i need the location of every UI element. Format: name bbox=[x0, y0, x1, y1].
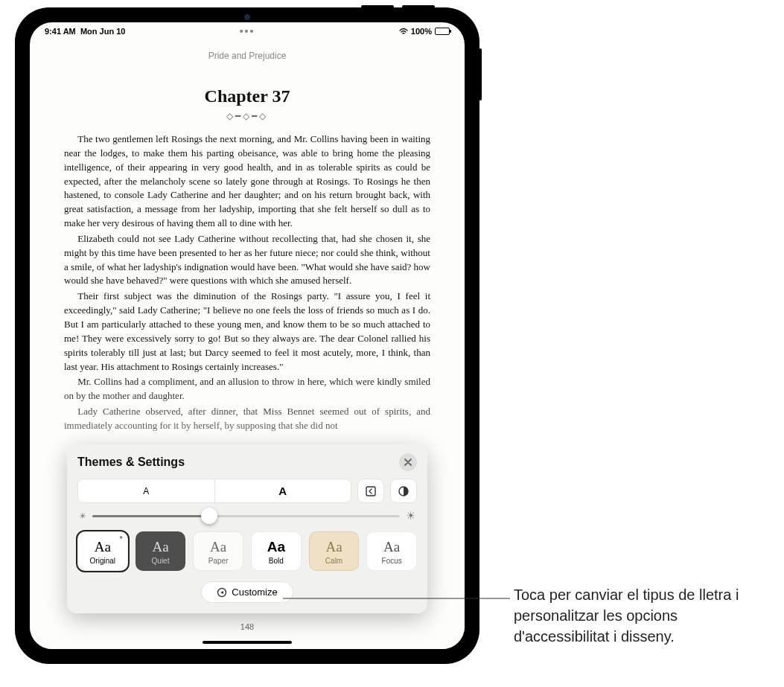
scroll-direction-button[interactable] bbox=[357, 479, 384, 503]
paragraph: Mr. Collins had a compliment, and an all… bbox=[64, 375, 430, 403]
theme-calm[interactable]: AaCalm bbox=[309, 531, 360, 571]
battery-percent: 100% bbox=[411, 27, 432, 36]
page-number: 148 bbox=[30, 622, 465, 631]
book-title: Pride and Prejudice bbox=[30, 51, 465, 61]
callout-text: Toca per canviar el tipus de lletra i pe… bbox=[514, 584, 759, 647]
brightness-slider[interactable]: ☀ ☀ bbox=[79, 509, 415, 523]
volume-up-button bbox=[402, 5, 435, 8]
wifi-icon bbox=[399, 28, 408, 35]
options-gear-icon bbox=[217, 587, 227, 598]
font-size-decrease-button[interactable]: A bbox=[78, 479, 215, 502]
power-button bbox=[479, 48, 482, 100]
themes-row: AaOriginal AaQuiet AaPaper AaBold AaCalm… bbox=[77, 531, 417, 571]
theme-paper[interactable]: AaPaper bbox=[193, 531, 243, 571]
font-size-increase-button[interactable]: A bbox=[215, 479, 351, 502]
brightness-track[interactable] bbox=[92, 515, 400, 517]
home-indicator[interactable] bbox=[203, 641, 292, 644]
theme-original[interactable]: AaOriginal bbox=[77, 531, 128, 571]
font-size-control: A A bbox=[77, 479, 351, 503]
dark-mode-button[interactable] bbox=[390, 479, 417, 503]
scroll-direction-icon bbox=[365, 485, 377, 497]
brightness-low-icon: ☀ bbox=[79, 511, 86, 521]
status-bar: 9:41 AM Mon Jun 10 ••• 100% bbox=[30, 22, 465, 37]
customize-label: Customize bbox=[232, 587, 277, 598]
theme-focus[interactable]: AaFocus bbox=[366, 531, 417, 571]
paragraph: The two gentlemen left Rosings the next … bbox=[64, 132, 430, 231]
battery-icon bbox=[435, 28, 450, 35]
theme-bold[interactable]: AaBold bbox=[251, 531, 302, 571]
paragraph: Lady Catherine observed, after dinner, t… bbox=[64, 405, 430, 433]
close-panel-button[interactable] bbox=[399, 453, 417, 471]
close-icon bbox=[404, 458, 412, 466]
book-body-text[interactable]: The two gentlemen left Rosings the next … bbox=[30, 122, 465, 433]
chapter-ornament: ◇━◇━◇ bbox=[30, 111, 465, 122]
svg-rect-0 bbox=[366, 487, 375, 496]
brightness-high-icon: ☀ bbox=[406, 509, 415, 523]
status-time-date: 9:41 AM Mon Jun 10 bbox=[45, 27, 125, 36]
ipad-screen: 9:41 AM Mon Jun 10 ••• 100% Pride and Pr… bbox=[30, 22, 465, 649]
customize-button[interactable]: Customize bbox=[201, 581, 293, 603]
paragraph: Their first subject was the diminution o… bbox=[64, 290, 430, 374]
themes-settings-panel: Themes & Settings A A bbox=[67, 444, 427, 613]
brightness-thumb[interactable] bbox=[201, 508, 217, 524]
ipad-device-frame: 9:41 AM Mon Jun 10 ••• 100% Pride and Pr… bbox=[15, 7, 479, 664]
more-menu-icon[interactable]: ••• bbox=[240, 25, 255, 37]
panel-title: Themes & Settings bbox=[77, 456, 185, 469]
volume-down-button bbox=[361, 5, 394, 8]
paragraph: Elizabeth could not see Lady Catherine w… bbox=[64, 232, 430, 288]
theme-quiet[interactable]: AaQuiet bbox=[136, 531, 186, 571]
dark-mode-icon bbox=[398, 485, 409, 497]
chapter-heading: Chapter 37 bbox=[30, 86, 465, 106]
